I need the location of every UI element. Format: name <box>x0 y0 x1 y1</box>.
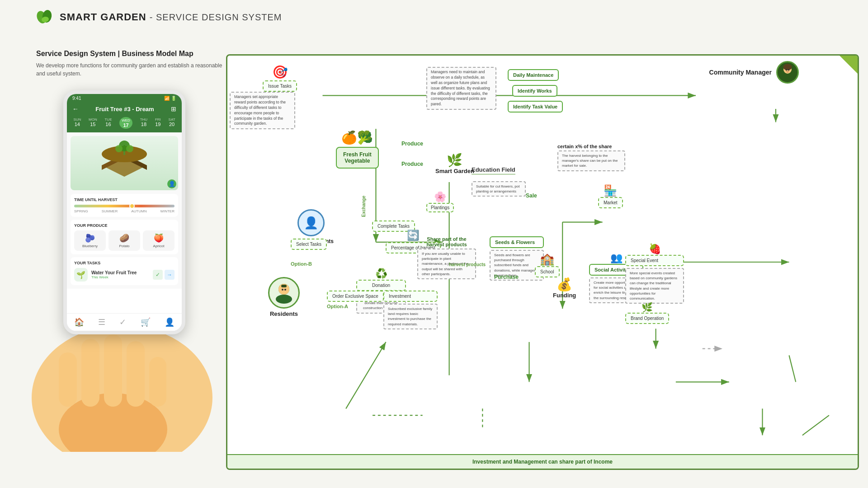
harvest-bar <box>74 205 175 207</box>
phone-body: 9:41 📶 🔋 ← Fruit Tree #3 - Dream ⊞ SUN14… <box>63 90 185 334</box>
residents-circle <box>268 277 300 309</box>
task-icon: 🌱 <box>74 268 88 282</box>
residents-node: Residents <box>268 277 300 317</box>
certain-share-node: certain x% of the share The harvest belo… <box>557 144 625 171</box>
header: SMART GARDEN - SERVICE DESIGN SYSTEM <box>0 0 868 34</box>
section-title: Service Design System | Business Model M… <box>36 50 226 58</box>
produce-section: YOUR PRODUCE 🫐 Blueberry 🥔 Potato 🍑 Apri… <box>71 220 178 254</box>
smart-garden-node: 🌿 Smart Garden <box>435 153 474 174</box>
shop-nav-icon[interactable]: 🛒 <box>141 317 151 327</box>
investment-node: Investment Subscribed exclusive family l… <box>383 291 438 329</box>
harvest-seasons: SPRING SUMMER AUTUMN WINTER <box>74 209 175 213</box>
harvest-section: TIME UNTIL HARVEST SPRING SUMMER AUTUMN … <box>71 194 178 217</box>
task-item: 🌱 Water Your Fruit Tree This Week ✓ → <box>74 268 175 282</box>
harvest-indicator <box>129 203 135 209</box>
plantings-desc: Suitable for cut flowers, pot planting o… <box>472 181 526 197</box>
phone-content: 👤 TIME UNTIL HARVEST SPRING SUMMER AUTUM… <box>67 132 182 289</box>
svg-line-28 <box>346 342 386 408</box>
header-title: SMART GARDEN - SERVICE DESIGN SYSTEM <box>60 11 282 23</box>
select-tasks-node: Select Tasks <box>291 239 327 250</box>
svg-point-16 <box>115 145 123 152</box>
svg-rect-7 <box>104 334 122 407</box>
left-panel: Service Design System | Business Model M… <box>36 50 226 91</box>
daily-mgmt-desc: Managers need to maintain and observe on… <box>426 67 496 110</box>
identify-task-value-node: Identify Task Value <box>508 101 563 113</box>
svg-point-44 <box>788 69 790 71</box>
daily-maintenance-node: Daily Maintenace <box>508 69 559 81</box>
produce-apricot: 🍑 Apricot <box>143 230 175 251</box>
svg-point-50 <box>284 289 286 291</box>
market-node: 🏪 Market <box>598 184 623 208</box>
svg-line-38 <box>789 355 796 382</box>
phone-mockup: 9:41 📶 🔋 ← Fruit Tree #3 - Dream ⊞ SUN14… <box>27 90 199 371</box>
option-a-label: Option-A <box>327 302 348 310</box>
home-nav-icon[interactable]: 🏠 <box>74 317 84 327</box>
diagram-corner <box>840 56 858 74</box>
svg-rect-9 <box>149 357 166 407</box>
sale-label: Sale <box>526 191 537 199</box>
section-desc: We develop more functions for community … <box>36 61 226 78</box>
phone-bottom-nav: 🏠 ☰ ✓ 🛒 👤 <box>67 313 182 331</box>
tasks-section: YOUR TASKS 🌱 Water Your Fruit Tree This … <box>71 257 178 285</box>
svg-point-46 <box>276 295 292 304</box>
produce-potato: 🥔 Potato <box>108 230 140 251</box>
svg-point-40 <box>782 74 793 82</box>
funding-node: 💰 Funding <box>553 277 576 299</box>
svg-rect-48 <box>281 285 287 287</box>
option-b-node: Option-B <box>291 261 312 267</box>
tree-image: 👤 <box>71 136 178 190</box>
investment-mgmt-bar: Investment and Management can share part… <box>227 454 858 469</box>
order-exclusive-node: Order Exclusive Space <box>327 291 384 302</box>
svg-point-17 <box>126 145 133 152</box>
list-nav-icon[interactable]: ☰ <box>98 317 105 327</box>
exchange-label: Exchange <box>361 196 366 219</box>
harvest-products-label: harvest products <box>449 260 486 268</box>
share-harvest-node: Share part of theharvest products If you… <box>417 236 476 279</box>
task-actions: ✓ → <box>153 270 175 280</box>
svg-point-49 <box>282 289 283 291</box>
phone-status-bar: 9:41 📶 🔋 <box>67 94 182 103</box>
calendar-bar: SUN14 MON15 TUE16 WED17 THU18 FRI19 SAT2… <box>67 115 182 132</box>
issue-tasks-desc: Managers set appropriate reward points a… <box>230 92 295 129</box>
task-info: Water Your Fruit Tree This Week <box>91 270 149 279</box>
logo-icon <box>36 8 54 26</box>
check-nav-icon[interactable]: ✓ <box>119 317 126 327</box>
issue-tasks-node: 🎯 Issue Tasks <box>263 65 297 92</box>
profile-nav-icon[interactable]: 👤 <box>165 317 175 327</box>
produce-blueberry: 🫐 Blueberry <box>74 230 106 251</box>
svg-rect-5 <box>59 352 77 407</box>
community-manager-section: Community Manager <box>709 61 799 84</box>
produce-items: 🫐 Blueberry 🥔 Potato 🍑 Apricot <box>74 230 175 251</box>
phone-nav-bar: ← Fruit Tree #3 - Dream ⊞ <box>67 103 182 115</box>
user-icon: 👤 <box>167 179 176 188</box>
purchase-label: Purchase <box>494 272 519 281</box>
svg-point-43 <box>786 69 788 71</box>
task-arrow-btn[interactable]: → <box>165 270 175 280</box>
task-check-btn[interactable]: ✓ <box>153 270 163 280</box>
brand-operation-node: 🌿 Brand Operation <box>625 302 669 324</box>
svg-line-37 <box>802 415 829 435</box>
svg-rect-8 <box>127 341 145 407</box>
community-manager-avatar <box>776 61 799 84</box>
special-event-node: 🍓 Special Event More special events crea… <box>625 243 684 304</box>
fresh-fruit-veg-node: 🍊🥦 Fresh FruitVegetable <box>336 130 379 169</box>
produce-1-label: Produce <box>401 139 423 147</box>
school-node: 🏫 School <box>535 252 560 277</box>
svg-point-42 <box>783 64 792 70</box>
svg-rect-6 <box>81 339 99 407</box>
education-field-node: Education Field <box>472 166 515 174</box>
plantings-node: 🌸 Plantings <box>426 191 454 212</box>
produce-2-label: Produce <box>401 160 423 168</box>
collect-circle: 👤 <box>297 209 325 236</box>
diagram-panel: Community Manager Daily Maintenace Ident… <box>226 54 859 470</box>
identify-works-node: Identify Works <box>512 85 557 97</box>
